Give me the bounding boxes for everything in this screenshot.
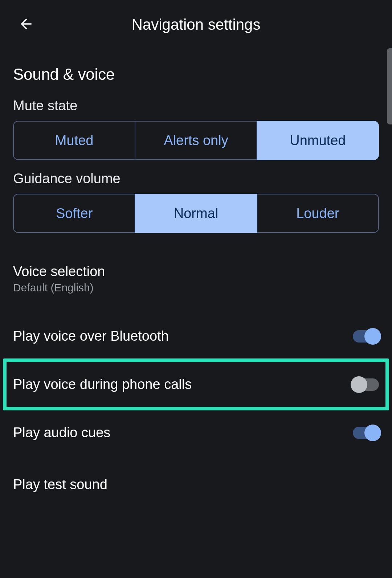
app-bar: Navigation settings xyxy=(0,0,392,49)
toggle-thumb xyxy=(351,376,367,393)
audio-cues-toggle[interactable] xyxy=(353,427,379,439)
arrow-back-icon xyxy=(18,16,34,32)
bluetooth-row[interactable]: Play voice over Bluetooth xyxy=(13,314,379,358)
mute-state-segmented: Muted Alerts only Unmuted xyxy=(13,121,379,160)
segment-normal[interactable]: Normal xyxy=(135,194,257,233)
audio-cues-row[interactable]: Play audio cues xyxy=(13,410,379,455)
segment-louder[interactable]: Louder xyxy=(257,194,379,233)
guidance-volume-segmented: Softer Normal Louder xyxy=(13,194,379,233)
voice-selection-value: Default (English) xyxy=(13,282,379,294)
segment-softer[interactable]: Softer xyxy=(13,194,135,233)
content-area: Sound & voice Mute state Muted Alerts on… xyxy=(0,65,392,507)
mute-state-label: Mute state xyxy=(13,98,379,114)
voice-selection-row[interactable]: Voice selection Default (English) xyxy=(13,253,379,301)
segment-alerts-only[interactable]: Alerts only xyxy=(135,121,257,160)
play-test-sound-row[interactable]: Play test sound xyxy=(13,462,379,507)
section-header-sound-voice: Sound & voice xyxy=(13,65,379,83)
play-test-sound-label: Play test sound xyxy=(13,477,107,492)
bluetooth-toggle[interactable] xyxy=(353,330,379,343)
page-title: Navigation settings xyxy=(15,16,377,33)
highlighted-row-container: Play voice during phone calls xyxy=(3,358,389,410)
guidance-volume-label: Guidance volume xyxy=(13,171,379,186)
segment-muted[interactable]: Muted xyxy=(13,121,135,160)
audio-cues-label: Play audio cues xyxy=(13,425,110,440)
toggle-thumb xyxy=(364,425,381,441)
bluetooth-label: Play voice over Bluetooth xyxy=(13,328,169,344)
phone-calls-row[interactable]: Play voice during phone calls xyxy=(13,362,379,407)
segment-unmuted[interactable]: Unmuted xyxy=(257,121,379,160)
voice-selection-title: Voice selection xyxy=(13,264,379,279)
phone-calls-label: Play voice during phone calls xyxy=(13,377,192,392)
phone-calls-toggle[interactable] xyxy=(353,378,379,391)
scrollbar-thumb[interactable] xyxy=(387,48,392,124)
toggle-thumb xyxy=(364,328,381,345)
back-button[interactable] xyxy=(18,16,34,33)
